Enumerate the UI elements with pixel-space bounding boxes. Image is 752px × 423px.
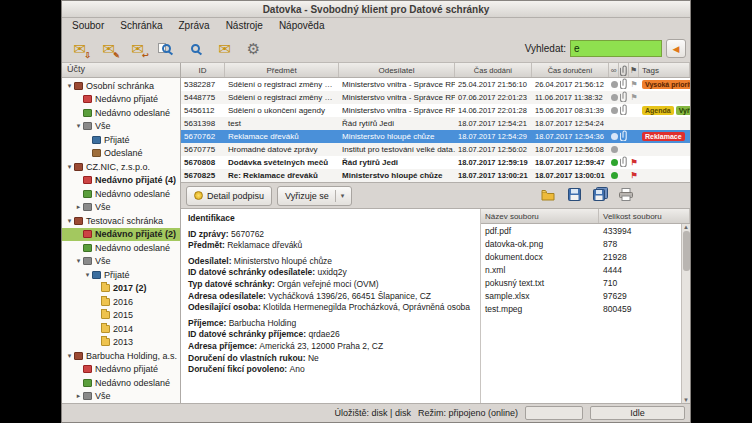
tree-item-barbucha-vse[interactable]: ▸Vše xyxy=(62,390,180,404)
column-header-flag[interactable]: ⚑ xyxy=(629,63,639,77)
tree-item-account-testovaci[interactable]: ▾Testovací schránka xyxy=(62,214,180,228)
tree-item-testovaci-2015[interactable]: 2015 xyxy=(62,309,180,323)
save-all-attachments-button[interactable] xyxy=(589,186,611,206)
message-row[interactable]: 5456112Sdělení o ukončení agendyMinister… xyxy=(181,104,690,117)
menu-item-soubor[interactable]: Soubor xyxy=(64,18,112,35)
tree-item-label: CZ.NIC, z.s.p.o. xyxy=(86,162,150,172)
tree-item-testovaci-vse[interactable]: ▾Vše xyxy=(62,255,180,269)
message-subject: Sdělení o ukončení agendy xyxy=(225,104,339,117)
print-attachment-button[interactable] xyxy=(615,186,637,206)
menu-item-zprava[interactable]: Zpráva xyxy=(171,18,218,35)
verify-message-button[interactable] xyxy=(153,37,180,61)
reply-button[interactable]: ✉↩ xyxy=(124,37,151,61)
message-row[interactable]: 5382287Sdělení o registraci změny …Minis… xyxy=(181,78,690,91)
attachment-file-size: 433994 xyxy=(599,226,635,236)
tree-item-cznic-nedavno-odeslane[interactable]: Nedávno odeslané xyxy=(62,187,180,201)
acceptance-time: 18.07.2017 12:54:36 xyxy=(532,130,609,143)
message-row[interactable]: 5448775Sdělení o registraci změny …Minis… xyxy=(181,91,690,104)
message-row[interactable]: 5670775Hromadné datové zprávyInstitut pr… xyxy=(181,143,690,156)
expander-icon[interactable]: ▾ xyxy=(65,217,74,225)
attachments-scrollbar[interactable]: ▲ ▼ xyxy=(681,224,690,403)
create-message-button[interactable]: ✉✎ xyxy=(95,37,122,61)
expander-icon[interactable]: ▸ xyxy=(74,203,83,211)
message-state-dropdown[interactable]: Vyřizuje se ▾ xyxy=(277,186,352,206)
sync-all-accounts-button[interactable]: ✉⇩ xyxy=(66,37,93,61)
settings-button[interactable]: ⚙ xyxy=(240,37,267,61)
tree-item-label: Nedávno přijaté (4) xyxy=(95,175,176,185)
message-row[interactable]: 5631398testŘád rytířů Jedi18.07.2017 12:… xyxy=(181,117,690,130)
find-databox-button[interactable] xyxy=(182,37,209,61)
signature-detail-button[interactable]: Detail podpisu xyxy=(186,186,272,206)
menu-item-nastroje[interactable]: Nástroje xyxy=(218,18,271,35)
column-header-file-name[interactable]: Název souboru xyxy=(481,209,599,223)
tree-item-osobni-vse-odeslane[interactable]: Odeslané xyxy=(62,147,180,161)
tree-item-osobni-vse[interactable]: ▾Vše xyxy=(62,120,180,134)
tree-item-cznic-vse[interactable]: ▸Vše xyxy=(62,201,180,215)
tree-item-label: Nedávno odeslané xyxy=(95,378,170,388)
attachment-row[interactable]: pdf.pdf433994 xyxy=(481,224,681,237)
tree-item-label: 2015 xyxy=(113,310,133,320)
column-header-acceptance-time[interactable]: Čas doručení xyxy=(532,63,609,77)
attachment-row[interactable]: n.xml4444 xyxy=(481,263,681,276)
tree-item-label: Vše xyxy=(95,202,111,212)
message-row[interactable]: 5670762Reklamace dřevákůMinisterstvo hlo… xyxy=(181,130,690,143)
tree-item-osobni-nedavno-odeslane[interactable]: Nedávno odeslané xyxy=(62,106,180,120)
attachment-row[interactable]: datovka-ok.png878 xyxy=(481,237,681,250)
clear-search-button[interactable]: ◀ xyxy=(666,39,686,58)
tree-item-osobni-nedavno-prijate[interactable]: Nedávno přijaté xyxy=(62,93,180,107)
tree-item-testovaci-nedavno-odeslane[interactable]: Nedávno odeslané xyxy=(62,241,180,255)
tree-item-label: Nedávno odeslané xyxy=(95,108,170,118)
tree-item-testovaci-2017[interactable]: 2017 (2) xyxy=(62,282,180,296)
status-bar: Úložiště: disk | disk Režim: připojeno (… xyxy=(62,403,690,422)
scrollbar-thumb[interactable] xyxy=(683,231,690,271)
tree-item-barbucha-nedavno-prijate[interactable]: Nedávno přijaté xyxy=(62,363,180,377)
tree-item-account-cznic[interactable]: ▾CZ.NIC, z.s.p.o. xyxy=(62,160,180,174)
column-header-tags[interactable]: Tags xyxy=(639,63,690,77)
expander-icon[interactable]: ▾ xyxy=(65,352,74,360)
detail-line: ID datové schránky odesílatele: uxidq2y xyxy=(188,267,473,279)
menu-item-napoveda[interactable]: Nápověda xyxy=(271,18,333,35)
expander-icon[interactable]: ▾ xyxy=(65,82,74,90)
tree-item-testovaci-vse-prijate[interactable]: ▾Přijaté xyxy=(62,268,180,282)
column-header-id[interactable]: ID xyxy=(181,63,225,77)
column-header-subject[interactable]: Předmět xyxy=(225,63,339,77)
column-header-file-size[interactable]: Velikost souboru xyxy=(599,209,690,223)
column-header-read-status[interactable]: ∞ xyxy=(609,63,619,77)
attachment-row[interactable]: sample.xlsx97629 xyxy=(481,289,681,302)
attachment-row[interactable]: pokusný text.txt710 xyxy=(481,276,681,289)
message-row[interactable]: 5670825Re: Reklamace dřevákůMinisterstvo… xyxy=(181,169,690,182)
attachment-row[interactable]: dokument.docx21928 xyxy=(481,250,681,263)
tree-item-osobni-vse-prijate[interactable]: Přijaté xyxy=(62,133,180,147)
expander-icon[interactable]: ▾ xyxy=(65,163,74,171)
sent-icon xyxy=(83,244,92,252)
view-message-button[interactable]: ✉ xyxy=(211,37,238,61)
tree-item-testovaci-2016[interactable]: 2016 xyxy=(62,295,180,309)
tree-item-barbucha-nedavno-odeslane[interactable]: Nedávno odeslané xyxy=(62,376,180,390)
title-bar[interactable]: Datovka - Svobodný klient pro Datové sch… xyxy=(62,1,690,18)
column-header-sender[interactable]: Odesílatel xyxy=(339,63,455,77)
tree-item-testovaci-nedavno-prijate[interactable]: Nedávno přijaté (2) xyxy=(62,228,180,242)
tree-item-cznic-nedavno-prijate[interactable]: Nedávno přijaté (4) xyxy=(62,174,180,188)
expander-icon[interactable]: ▾ xyxy=(74,257,83,265)
save-attachment-button[interactable] xyxy=(563,186,585,206)
search-input[interactable] xyxy=(570,40,662,57)
expander-icon[interactable]: ▸ xyxy=(74,392,83,400)
icon-cell xyxy=(619,78,629,91)
tree-item-testovaci-2014[interactable]: 2014 xyxy=(62,322,180,336)
attachment-file-size: 710 xyxy=(599,278,621,288)
detail-line: Předmět: Reklamace dřeváků xyxy=(188,240,473,252)
expander-icon[interactable]: ▾ xyxy=(83,271,92,279)
attachments-panel: Název souboru Velikost souboru pdf.pdf43… xyxy=(481,209,690,403)
expander-icon[interactable]: ▾ xyxy=(74,122,83,130)
attachment-row[interactable]: test.mpeg800459 xyxy=(481,302,681,315)
tree-item-account-osobni[interactable]: ▾Osobní schránka xyxy=(62,79,180,93)
tree-item-testovaci-2013[interactable]: 2013 xyxy=(62,336,180,350)
message-row[interactable]: 5670808Dodávka světelných mečůŘád rytířů… xyxy=(181,156,690,169)
column-header-attachment[interactable] xyxy=(619,63,629,77)
scroll-up-icon[interactable]: ▲ xyxy=(683,224,689,230)
tree-item-account-barbucha[interactable]: ▾Barbucha Holding, a.s. xyxy=(62,349,180,363)
menu-item-schranka[interactable]: Schránka xyxy=(112,18,170,35)
column-header-delivery-time[interactable]: Čas dodání xyxy=(455,63,532,77)
open-attachment-button[interactable] xyxy=(537,186,559,206)
message-id: 5670762 xyxy=(181,130,225,143)
